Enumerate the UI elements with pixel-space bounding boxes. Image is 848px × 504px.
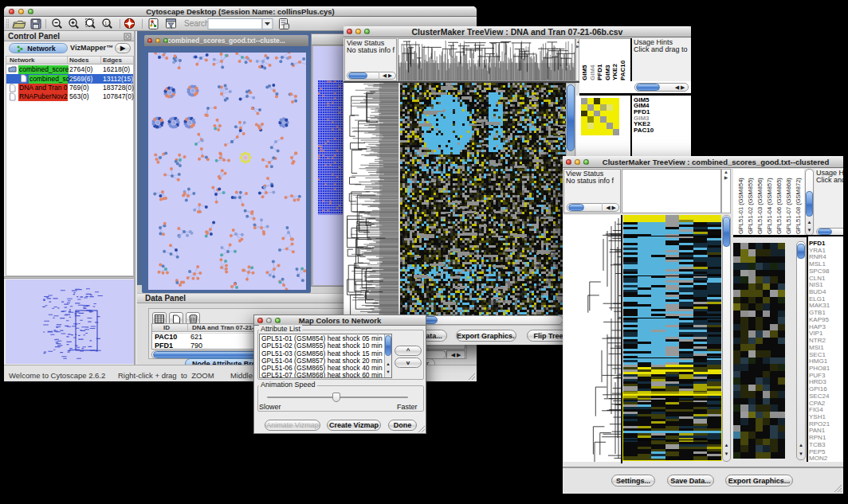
svg-text:GIM3: GIM3	[604, 64, 611, 80]
svg-text:Search:: Search:	[184, 19, 211, 28]
svg-text:GPL51-07 (GSM868): GPL51-07 (GSM868)	[785, 178, 792, 234]
svg-text:YKE2: YKE2	[611, 64, 618, 80]
svg-text:GIM5: GIM5	[581, 64, 588, 80]
svg-text:GIM4: GIM4	[589, 64, 596, 80]
svg-text:PAC10: PAC10	[619, 60, 626, 80]
svg-text:GPL51-06 (GSM865): GPL51-06 (GSM865)	[775, 178, 783, 234]
svg-text:GPL51-08 (GSM872): GPL51-08 (GSM872)	[795, 178, 802, 234]
svg-text:GPL51-02 (GSM855): GPL51-02 (GSM855)	[747, 178, 754, 234]
svg-text:PFD1: PFD1	[596, 64, 603, 80]
svg-text:GPL51-04 (GSM857): GPL51-04 (GSM857)	[766, 178, 773, 234]
svg-text:GPL51-03 (GSM856): GPL51-03 (GSM856)	[756, 178, 764, 234]
svg-text:GPL51-01 (GSM854): GPL51-01 (GSM854)	[737, 178, 744, 234]
